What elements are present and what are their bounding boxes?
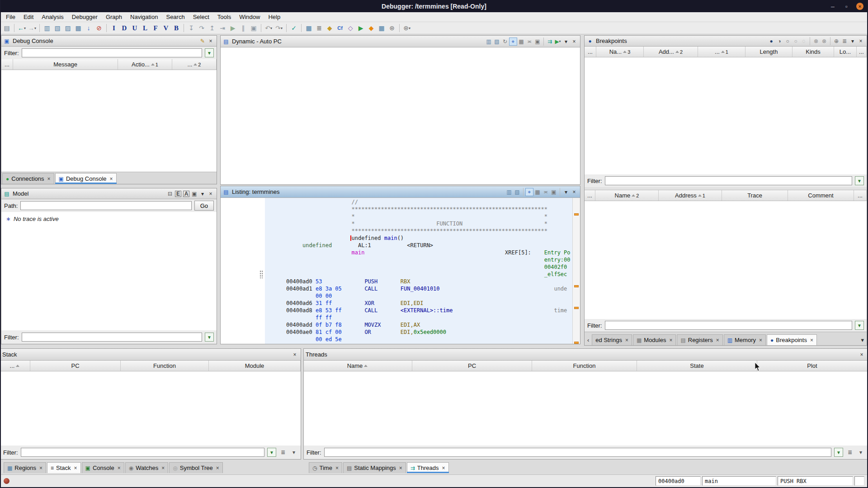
diff-icon[interactable]: ≍ — [542, 188, 550, 196]
clear-console-icon[interactable]: ✎ — [198, 37, 207, 45]
listing-line[interactable]: 00400ad8e8 53 ffCALL<EXTERNAL>::timetime — [286, 307, 572, 314]
column-header-name[interactable]: Name — [304, 361, 412, 371]
tab-registers[interactable]: ▤Registers× — [677, 334, 722, 345]
menu-analysis[interactable]: Analysis — [38, 12, 67, 22]
column-header-item[interactable]: ... — [1, 59, 13, 70]
column-header-module[interactable]: Module — [209, 361, 301, 371]
close-tab-icon[interactable]: × — [442, 465, 445, 471]
menu-tools[interactable]: Tools — [213, 12, 235, 22]
make-effective-icon[interactable]: ⊕ — [832, 37, 840, 45]
menu-window[interactable]: Window — [235, 12, 264, 22]
chevron-down-icon[interactable]: ▾ — [857, 448, 865, 456]
filter-options-icon[interactable]: ▼ — [205, 333, 214, 342]
model-titlebar[interactable]: ▤ Model ⊟EA▣▾× — [1, 188, 217, 199]
go-to-icon[interactable]: ▶▾ — [554, 38, 562, 46]
panel-menu-icon[interactable]: ▾ — [849, 37, 857, 45]
dynamic-listing-body[interactable] — [221, 47, 580, 184]
column-header-add[interactable]: Add...2 — [644, 47, 698, 57]
model-path-input[interactable] — [20, 201, 191, 210]
menu-search[interactable]: Search — [162, 12, 189, 22]
stack-table-body[interactable] — [0, 371, 301, 446]
fields-icon[interactable]: ▦ — [533, 188, 542, 196]
call-graph-icon[interactable]: ◇ — [345, 23, 355, 33]
disable-breakpoint-icon[interactable]: ○ — [783, 37, 792, 45]
patch-data-icon[interactable]: ▩ — [73, 23, 83, 33]
console-table-body[interactable] — [1, 70, 217, 172]
console-filter-input[interactable] — [22, 48, 203, 57]
breakpoints-filter-input[interactable] — [605, 176, 853, 185]
dynamic-titlebar[interactable]: ▤ Dynamic - Auto PC ▥▧↻⌖▦≍▣⇉▶▾▾× — [221, 36, 580, 47]
snapshot-icon[interactable]: ▣ — [249, 23, 259, 33]
model-body[interactable]: ∗ No trace is active — [1, 212, 217, 330]
redo-icon[interactable]: ↷▾ — [274, 23, 284, 33]
clear-breakpoint-icon[interactable]: ⊗ — [812, 37, 820, 45]
panel-menu-icon[interactable]: ▾ — [562, 38, 570, 46]
close-tab-icon[interactable]: × — [74, 465, 77, 471]
close-tab-icon[interactable]: × — [716, 337, 719, 343]
column-header-item[interactable]: ...2 — [172, 59, 217, 70]
tab-debug-console[interactable]: ▣Debug Console× — [55, 173, 117, 184]
column-header-trace[interactable]: Trace — [722, 190, 788, 201]
cursor-track-icon[interactable]: ⌖ — [525, 188, 533, 196]
refresh-icon[interactable]: ↻ — [501, 38, 509, 46]
filter-options-icon[interactable]: ▼ — [205, 48, 214, 57]
close-tab-icon[interactable]: × — [161, 465, 165, 471]
close-panel-icon[interactable]: × — [857, 37, 865, 45]
tab-modules[interactable]: ▦Modules× — [633, 334, 676, 345]
close-tab-icon[interactable]: × — [625, 337, 628, 343]
close-panel-icon[interactable]: × — [570, 38, 578, 46]
filter-options-icon[interactable]: ▼ — [834, 448, 843, 457]
menu-select[interactable]: Select — [189, 12, 213, 22]
create-function-icon[interactable]: F — [151, 23, 160, 33]
column-header-item[interactable]: ...1 — [698, 47, 745, 57]
tab-memory[interactable]: ▥Memory× — [724, 334, 766, 345]
listing-line[interactable]: ff ff — [286, 314, 572, 322]
compare-functions-icon[interactable]: Cf — [335, 23, 345, 33]
capture-icon[interactable]: ▣ — [550, 188, 558, 196]
step-out-icon[interactable]: ↥ — [207, 23, 217, 33]
interrupt-icon[interactable]: ∥ — [238, 23, 248, 33]
column-header-function[interactable]: Function — [532, 361, 637, 371]
memory-map-icon[interactable]: ▦ — [304, 23, 314, 33]
listing-line[interactable]: *FUNCTION* — [286, 221, 572, 228]
close-tab-icon[interactable]: × — [810, 337, 813, 343]
panel-menu-icon[interactable]: ▾ — [198, 190, 207, 198]
back-icon[interactable]: ←▾ — [17, 23, 27, 33]
column-header-item[interactable]: ... — [585, 190, 595, 201]
overview-mark-icon[interactable] — [574, 307, 579, 309]
column-header-comment[interactable]: Comment — [788, 190, 854, 201]
undo-icon[interactable]: ↶▾ — [264, 23, 274, 33]
analysis-options-icon[interactable]: ⊛ — [387, 23, 397, 33]
listing-line[interactable]: 00400ad053PUSHRBX — [286, 278, 572, 286]
column-header-lo[interactable]: Lo... — [834, 47, 857, 57]
disassembly-view[interactable]: //**************************************… — [265, 198, 572, 344]
tab-connections[interactable]: ●Connections× — [2, 173, 54, 184]
close-tab-icon[interactable]: × — [47, 176, 51, 182]
close-panel-icon[interactable]: × — [207, 190, 215, 198]
listing-line[interactable]: undefinedAL:1<RETURN> — [286, 242, 572, 249]
column-header-function[interactable]: Function — [121, 361, 209, 371]
close-tab-icon[interactable]: × — [39, 465, 42, 471]
table-settings-icon[interactable]: ≣ — [840, 37, 849, 45]
paste-icon[interactable]: ▧ — [513, 188, 521, 196]
threads-titlebar[interactable]: Threads × — [304, 349, 868, 361]
diff-icon[interactable]: ≍ — [525, 38, 533, 46]
stack-filter-input[interactable] — [21, 448, 265, 457]
column-header-na[interactable]: Na...3 — [596, 47, 644, 57]
filter-options-icon[interactable]: ▼ — [855, 176, 864, 185]
save-icon[interactable]: ▤ — [2, 23, 12, 33]
breakpoints-table-body[interactable] — [585, 57, 867, 174]
close-panel-icon[interactable]: × — [570, 188, 578, 196]
close-panel-icon[interactable]: × — [291, 351, 299, 359]
column-header-item[interactable]: ... — [0, 361, 30, 371]
column-header-state[interactable]: State — [637, 361, 757, 371]
create-variable-icon[interactable]: V — [161, 23, 171, 33]
minimize-button[interactable]: – — [829, 3, 836, 10]
tab-breakpoints[interactable]: ●Breakpoints× — [767, 334, 817, 345]
listing-line[interactable]: _elfSec — [286, 271, 572, 278]
disable-all-icon[interactable]: ○ — [792, 37, 800, 45]
track-pc-icon[interactable]: ⌖ — [509, 38, 517, 46]
restore-button[interactable]: ▫ — [843, 3, 850, 10]
column-header-actio[interactable]: Actio...1 — [118, 59, 172, 70]
listing-line[interactable]: 00400add0f b7 f8MOVZXEDI,AX — [286, 322, 572, 329]
